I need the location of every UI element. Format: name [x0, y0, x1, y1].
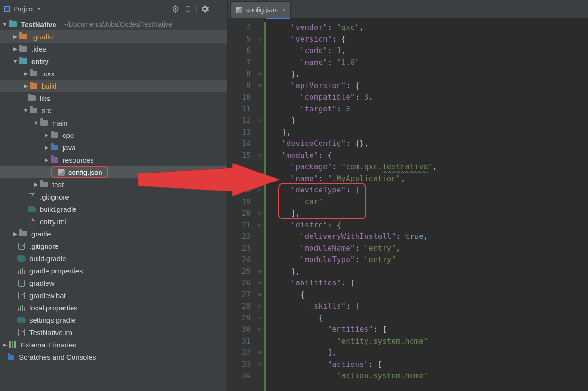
code-area[interactable]: 4567891011121314151819202122232425262728… [228, 18, 588, 391]
tree-item-idea-dir[interactable]: ▶ .idea [0, 43, 227, 55]
label: .gitignore [29, 242, 59, 250]
folder-icon [19, 34, 27, 39]
label: External Libraries [21, 341, 76, 349]
tree-item-external-libraries[interactable]: ▶ External Libraries [0, 338, 227, 351]
folder-icon [51, 132, 58, 138]
tree-item-gitignore-entry[interactable]: .gitignore [0, 191, 227, 203]
svg-point-1 [175, 8, 176, 9]
tree-item-test[interactable]: ▶ test [0, 178, 227, 191]
root-path: ~/Documents/Jobs/Codes/TestNative [63, 20, 172, 28]
label: build.gradle [29, 255, 66, 263]
module-folder-icon [9, 21, 17, 27]
label: TestNative.iml [29, 328, 74, 336]
gradle-icon [28, 206, 36, 212]
highlight-box: config.json [51, 166, 108, 178]
tree-item-build-gradle-entry[interactable]: build.gradle [0, 203, 227, 215]
label: config.json [68, 168, 102, 176]
label: .idea [31, 45, 47, 53]
folder-icon [30, 108, 37, 113]
tree-item-gradlew[interactable]: gradlew [0, 277, 227, 289]
tree-item-gradle-dir[interactable]: ▶ .gradle [0, 30, 227, 43]
line-number-gutter: 4567891011121314151819202122232425262728… [228, 18, 256, 391]
project-tool-window-button[interactable]: Project ▼ [4, 5, 41, 13]
folder-icon [28, 95, 36, 101]
editor-tabbar: config.json × [228, 0, 588, 18]
properties-file-icon [18, 304, 25, 311]
label: java [63, 144, 76, 152]
file-icon [29, 193, 35, 200]
label: gradlew [29, 279, 55, 287]
code-content[interactable]: "vendor": "qxc", "version": { "code": 1,… [266, 18, 588, 391]
minimize-icon[interactable] [211, 3, 223, 15]
tree-item-java[interactable]: ▶ java [0, 141, 227, 154]
tree-item-main[interactable]: ▼ main [0, 117, 227, 129]
label: cpp [63, 131, 74, 139]
tree-item-cxx[interactable]: ▶ .cxx [0, 67, 227, 80]
close-icon[interactable]: × [282, 6, 285, 14]
twisty-right-icon[interactable]: ▶ [12, 34, 18, 40]
project-icon [4, 6, 10, 12]
label: .cxx [42, 70, 55, 78]
tree-item-gradle-folder[interactable]: ▶ gradle [0, 227, 227, 240]
label: build.gradle [40, 205, 77, 213]
folder-icon [40, 120, 48, 126]
folder-icon [30, 71, 37, 76]
label: .gitignore [40, 193, 69, 201]
tree-item-gradlew-bat[interactable]: gradlew.bat [0, 289, 227, 301]
tree-root[interactable]: ▼ TestNative ~/Documents/Jobs/Codes/Test… [0, 18, 227, 30]
label: resources [63, 156, 94, 164]
tree-item-config-json[interactable]: config.json [0, 166, 227, 178]
tree-item-gitignore-root[interactable]: .gitignore [0, 240, 227, 252]
tree-item-resources[interactable]: ▶ resources [0, 154, 227, 166]
separator: | [194, 3, 199, 15]
twisty-down-icon[interactable]: ▼ [2, 21, 8, 27]
label: gradlew.bat [29, 291, 66, 300]
label: settings.gradle [29, 316, 76, 324]
json-file-icon [58, 169, 65, 176]
tree-item-build-gradle-root[interactable]: build.gradle [0, 252, 227, 264]
folder-icon [40, 182, 48, 187]
project-label: Project [13, 5, 34, 13]
tree-item-settings-gradle[interactable]: settings.gradle [0, 314, 227, 326]
root-name: TestNative [21, 20, 56, 28]
tree-item-cpp[interactable]: ▶ cpp [0, 129, 227, 141]
gear-icon[interactable] [199, 3, 211, 15]
code-highlight-box [278, 183, 366, 219]
target-icon[interactable] [169, 3, 182, 15]
sidebar-toolbar: Project ▼ | [0, 0, 227, 18]
label: local.properties [29, 304, 78, 312]
label: libs [40, 94, 51, 102]
file-icon [18, 292, 25, 299]
label: main [52, 119, 68, 127]
label: src [42, 107, 51, 115]
scratches-icon [8, 355, 14, 360]
properties-file-icon [18, 267, 25, 274]
label: gradle [31, 230, 51, 238]
source-folder-icon [51, 145, 58, 150]
tree-item-gradle-properties[interactable]: gradle.properties [0, 264, 227, 277]
label: entry.iml [40, 218, 66, 226]
folder-icon [30, 83, 37, 89]
iml-file-icon [29, 218, 35, 225]
project-tree[interactable]: ▼ TestNative ~/Documents/Jobs/Codes/Test… [0, 18, 227, 391]
tree-item-src[interactable]: ▼ src [0, 104, 227, 117]
module-folder-icon [19, 58, 27, 64]
tree-item-build[interactable]: ▶ build [0, 80, 227, 92]
file-icon [18, 243, 25, 250]
tree-item-scratches[interactable]: Scratches and Consoles [0, 351, 227, 363]
external-libraries-icon [9, 341, 16, 348]
tree-item-entry-iml[interactable]: entry.iml [0, 215, 227, 227]
tab-filename: config.json [246, 6, 278, 14]
iml-file-icon [18, 329, 25, 336]
editor-tab-config-json[interactable]: config.json × [230, 1, 291, 18]
folder-icon [19, 231, 27, 236]
tree-item-entry[interactable]: ▼ entry [0, 55, 227, 67]
json-file-icon [236, 7, 242, 13]
tree-item-libs[interactable]: libs [0, 92, 227, 104]
label: .gradle [31, 33, 53, 41]
tree-item-testnative-iml[interactable]: TestNative.iml [0, 326, 227, 338]
editor-pane: config.json × 45678910111213141518192021… [228, 0, 588, 391]
expand-collapse-icon[interactable] [182, 3, 194, 15]
tree-item-local-properties[interactable]: local.properties [0, 301, 227, 314]
gradle-icon [17, 255, 26, 262]
